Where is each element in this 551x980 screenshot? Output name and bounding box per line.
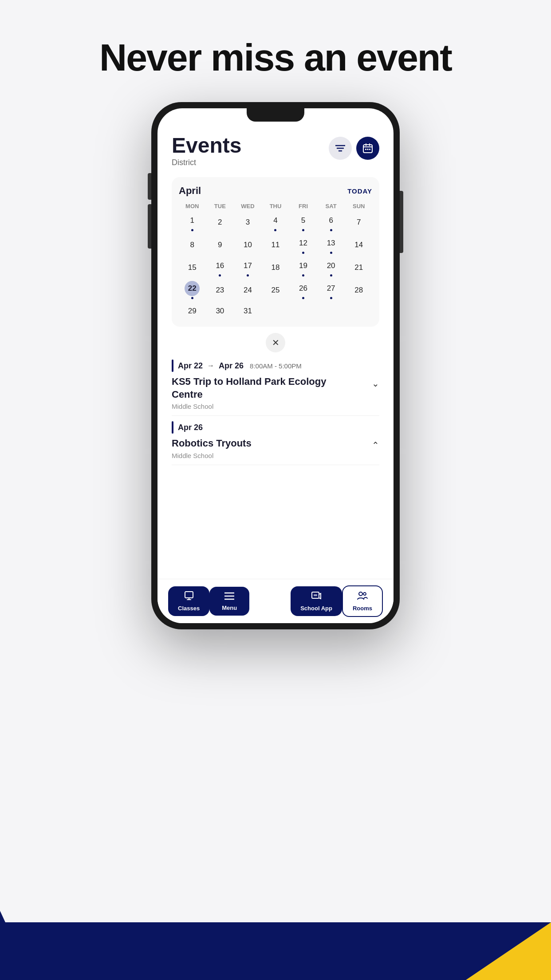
header-buttons: [329, 137, 379, 160]
cal-day-cell[interactable]: 28: [345, 279, 372, 301]
cal-day-cell[interactable]: 20: [318, 257, 345, 278]
cal-dot: [302, 252, 304, 254]
event-item-1-content: KS5 Trip to Holland Park Ecology Centre …: [172, 375, 340, 410]
cal-day-num: 30: [213, 304, 228, 319]
cal-day-cell[interactable]: 3: [234, 211, 261, 233]
cal-day-num: 6: [323, 213, 338, 228]
cal-day-cell[interactable]: 10: [234, 234, 261, 256]
calendar-days-grid: 1234567891011121314151617181920212223242…: [179, 211, 372, 320]
svg-point-18: [359, 592, 362, 596]
cal-day-num: 1: [185, 213, 200, 228]
cal-day-cell[interactable]: [345, 302, 372, 320]
cal-dow-sat: SAT: [318, 201, 345, 211]
phone-notch: [247, 108, 304, 122]
cal-day-cell[interactable]: 8: [179, 234, 206, 256]
schoolapp-icon: [311, 591, 321, 603]
cal-day-cell[interactable]: 17: [234, 257, 261, 278]
cal-day-cell[interactable]: [318, 302, 345, 320]
cal-day-cell[interactable]: 21: [345, 257, 372, 278]
cal-day-num: 10: [240, 237, 255, 253]
nav-label-menu: Menu: [222, 605, 237, 611]
cal-day-num: 22: [185, 281, 200, 296]
cal-day-cell[interactable]: 19: [290, 257, 317, 278]
svg-point-19: [363, 593, 366, 595]
cal-day-num: 26: [296, 281, 311, 296]
cal-day-num: 13: [323, 236, 338, 251]
bg-navy-bottom: [0, 922, 551, 980]
phone-screen: Events District: [157, 108, 394, 623]
svg-rect-10: [185, 592, 193, 598]
nav-label-classes: Classes: [178, 605, 200, 612]
close-calendar-button[interactable]: ✕: [266, 333, 285, 352]
bottom-nav: Classes Menu: [157, 579, 394, 623]
cal-day-num: 20: [323, 258, 338, 273]
cal-day-num: 29: [185, 304, 200, 319]
today-button[interactable]: TODAY: [347, 187, 372, 195]
cal-day-cell[interactable]: 14: [345, 234, 372, 256]
cal-day-cell[interactable]: 27: [318, 279, 345, 301]
cal-dow-sun: SUN: [345, 201, 372, 211]
nav-item-schoolapp[interactable]: School App: [291, 586, 342, 616]
cal-day-cell[interactable]: 24: [234, 279, 261, 301]
cal-day-cell[interactable]: 13: [318, 234, 345, 256]
cal-dot: [330, 252, 332, 254]
cal-day-cell[interactable]: [290, 302, 317, 320]
cal-day-cell[interactable]: 7: [345, 211, 372, 233]
nav-item-menu[interactable]: Menu: [209, 587, 249, 616]
filter-button[interactable]: [329, 137, 352, 160]
cal-day-num: 4: [268, 213, 283, 228]
chevron-up-icon-2[interactable]: ⌃: [372, 440, 379, 450]
event-school-2: Middle School: [172, 452, 252, 459]
svg-rect-7: [365, 149, 366, 150]
event-date-header-1: Apr 22 → Apr 26 8:00AM - 5:00PM: [172, 360, 379, 372]
filter-icon: [335, 145, 345, 152]
event-item-2-content: Robotics Tryouts Middle School: [172, 437, 252, 459]
cal-day-cell[interactable]: 12: [290, 234, 317, 256]
menu-icon: [224, 591, 234, 603]
svg-rect-9: [369, 149, 370, 150]
cal-day-cell[interactable]: 4: [262, 211, 289, 233]
cal-dot: [330, 297, 332, 299]
cal-day-cell[interactable]: 15: [179, 257, 206, 278]
event-item-2[interactable]: Robotics Tryouts Middle School ⌃: [172, 437, 379, 465]
cal-day-cell[interactable]: 22: [179, 279, 206, 301]
cal-day-cell[interactable]: 29: [179, 302, 206, 320]
chevron-down-icon-1[interactable]: ⌄: [372, 378, 379, 389]
cal-day-cell[interactable]: [262, 302, 289, 320]
cal-day-cell[interactable]: 31: [234, 302, 261, 320]
nav-item-rooms[interactable]: Rooms: [342, 585, 383, 617]
cal-day-cell[interactable]: 5: [290, 211, 317, 233]
cal-day-cell[interactable]: 23: [207, 279, 234, 301]
cal-dow-thu: THU: [262, 201, 289, 211]
nav-item-classes[interactable]: Classes: [168, 586, 209, 616]
cal-day-cell[interactable]: 25: [262, 279, 289, 301]
cal-day-cell[interactable]: 2: [207, 211, 234, 233]
cal-dot: [330, 274, 332, 277]
event-section-2: Apr 26 Robotics Tryouts Middle School ⌃: [172, 421, 379, 465]
cal-day-cell[interactable]: 11: [262, 234, 289, 256]
calendar-month: April: [179, 185, 201, 197]
cal-day-cell[interactable]: 9: [207, 234, 234, 256]
cal-day-num: 19: [296, 258, 311, 273]
cal-day-cell[interactable]: 1: [179, 211, 206, 233]
cal-day-cell[interactable]: 16: [207, 257, 234, 278]
cal-day-num: 18: [268, 260, 283, 275]
cal-day-cell[interactable]: 18: [262, 257, 289, 278]
event-title-2: Robotics Tryouts: [172, 437, 252, 450]
nav-label-rooms: Rooms: [353, 605, 372, 612]
cal-day-num: 21: [351, 260, 366, 275]
cal-dot: [302, 297, 304, 299]
events-title: Events: [172, 135, 241, 156]
event-date-end-1: Apr 26: [219, 361, 244, 371]
cal-day-num: 2: [213, 215, 228, 230]
cal-day-cell[interactable]: 30: [207, 302, 234, 320]
cal-day-cell[interactable]: 26: [290, 279, 317, 301]
calendar-view-button[interactable]: [356, 137, 379, 160]
cal-day-num: 7: [351, 215, 366, 230]
cal-day-cell[interactable]: 6: [318, 211, 345, 233]
phone-frame: Events District: [151, 102, 400, 629]
event-date-bar-1: [172, 360, 173, 372]
cal-day-num: 23: [213, 283, 228, 298]
cal-day-num: 14: [351, 237, 366, 253]
event-item-1[interactable]: KS5 Trip to Holland Park Ecology Centre …: [172, 375, 379, 416]
